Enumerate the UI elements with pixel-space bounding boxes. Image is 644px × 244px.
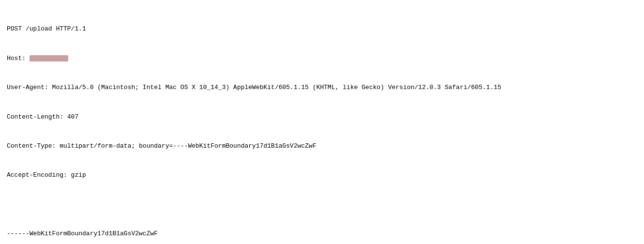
http-request-response-block: POST /upload HTTP/1.1 Host: User-Agent: … (7, 5, 637, 244)
host-line: Host: (7, 54, 637, 63)
content-length-req-line: Content-Length: 407 (7, 112, 637, 122)
empty-line-1 (7, 200, 637, 210)
host-redacted (30, 55, 68, 61)
accept-encoding-line: Accept-Encoding: gzip (7, 170, 637, 180)
user-agent-line: User-Agent: Mozilla/5.0 (Macintosh; Inte… (7, 83, 637, 92)
content-type-req-line: Content-Type: multipart/form-data; bound… (7, 141, 637, 151)
boundary-line-1: ------WebKitFormBoundary17d1B1aGsV2wcZwF (7, 229, 637, 239)
request-line: POST /upload HTTP/1.1 (7, 24, 637, 34)
